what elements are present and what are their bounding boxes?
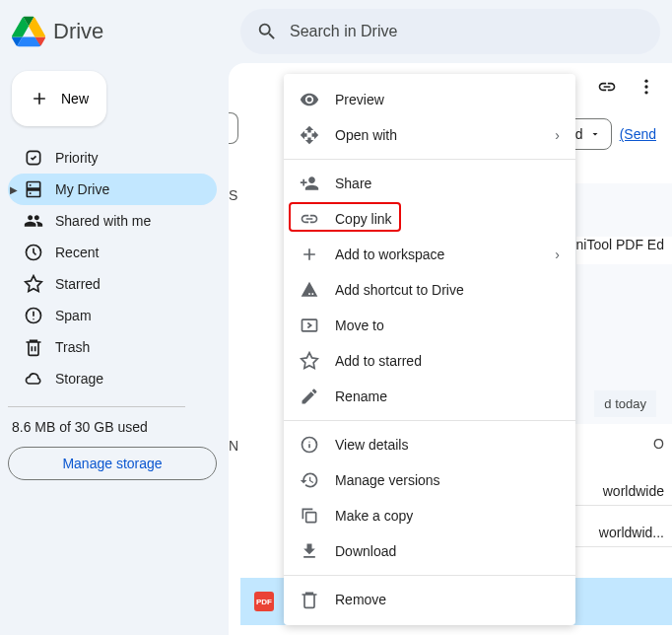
context-menu: Preview Open with › Share Copy link Add … [284,74,575,625]
manage-storage-button[interactable]: Manage storage [8,447,217,480]
sidebar: New Priority ▶ My Drive Shared with me R… [0,63,229,635]
trash-icon [24,337,43,357]
pencil-icon [300,387,319,406]
sidebar-item-priority[interactable]: Priority [8,142,217,174]
menu-view-details[interactable]: View details [284,427,575,462]
cloud-icon [24,369,43,388]
shortcut-icon [300,280,319,300]
sidebar-item-trash[interactable]: Trash [8,331,217,363]
menu-share[interactable]: Share [284,166,575,201]
chip-partial [229,112,238,144]
menu-add-workspace[interactable]: Add to workspace › [284,237,575,272]
chevron-down-icon [589,128,601,140]
storage-usage: 8.6 MB of 30 GB used [8,415,217,447]
priority-icon [24,148,43,168]
info-icon [300,435,319,455]
menu-make-copy[interactable]: Make a copy [284,498,575,533]
svg-point-4 [644,85,647,88]
new-button[interactable]: New [12,71,106,126]
modified-today-badge: d today [594,390,656,417]
app-title: Drive [53,19,103,44]
plus-icon [300,245,319,264]
link-icon [300,209,319,229]
svg-point-5 [644,91,647,94]
send-feedback-link[interactable]: (Send [620,126,656,142]
svg-rect-8 [306,513,316,523]
history-icon [300,470,319,490]
sidebar-item-spam[interactable]: Spam [8,300,217,331]
sidebar-item-my-drive[interactable]: ▶ My Drive [8,174,217,205]
menu-copy-link[interactable]: Copy link [284,201,575,237]
menu-move-to[interactable]: Move to [284,308,575,343]
people-icon [24,211,43,231]
toolbar [597,77,656,97]
svg-point-3 [644,80,647,83]
more-icon[interactable] [637,77,656,97]
menu-add-shortcut[interactable]: Add shortcut to Drive [284,272,575,308]
menu-rename[interactable]: Rename [284,379,575,414]
new-button-label: New [61,91,89,106]
section-label-o: O [653,436,664,452]
sidebar-item-recent[interactable]: Recent [8,237,217,268]
file-preview-snippet: niTool PDF Ed [576,237,672,264]
clock-icon [24,243,43,262]
pdf-icon: PDF [254,592,274,611]
sidebar-item-storage[interactable]: Storage [8,363,217,394]
copy-icon [300,506,319,526]
move-icon [300,316,319,335]
menu-manage-versions[interactable]: Manage versions [284,462,575,498]
svg-rect-6 [302,319,317,331]
link-icon[interactable] [597,77,617,97]
person-add-icon [300,174,319,193]
spam-icon [24,306,43,325]
menu-remove[interactable]: Remove [284,582,575,617]
plus-icon [30,88,49,109]
chevron-right-icon: › [555,127,560,143]
sidebar-item-starred[interactable]: Starred [8,268,217,300]
star-icon [24,274,43,294]
chevron-right-icon: ▶ [10,184,18,195]
drive-icon [24,179,43,199]
menu-download[interactable]: Download [284,533,575,569]
logo-area[interactable]: Drive [12,15,240,48]
menu-preview[interactable]: Preview [284,82,575,117]
star-icon [300,351,319,371]
section-label-s: S [229,187,237,203]
divider [8,406,185,407]
section-label-n: N [229,438,238,454]
download-icon [300,541,319,561]
menu-open-with[interactable]: Open with › [284,117,575,153]
menu-add-starred[interactable]: Add to starred [284,343,575,379]
header: Drive [0,0,672,63]
search-bar[interactable] [240,9,660,54]
chevron-right-icon: › [555,247,560,262]
search-icon [256,21,278,42]
eye-icon [300,90,319,109]
search-input[interactable] [290,23,644,40]
trash-icon [300,590,319,609]
sidebar-item-shared[interactable]: Shared with me [8,205,217,237]
open-with-icon [300,125,319,145]
drive-logo-icon [12,15,45,48]
